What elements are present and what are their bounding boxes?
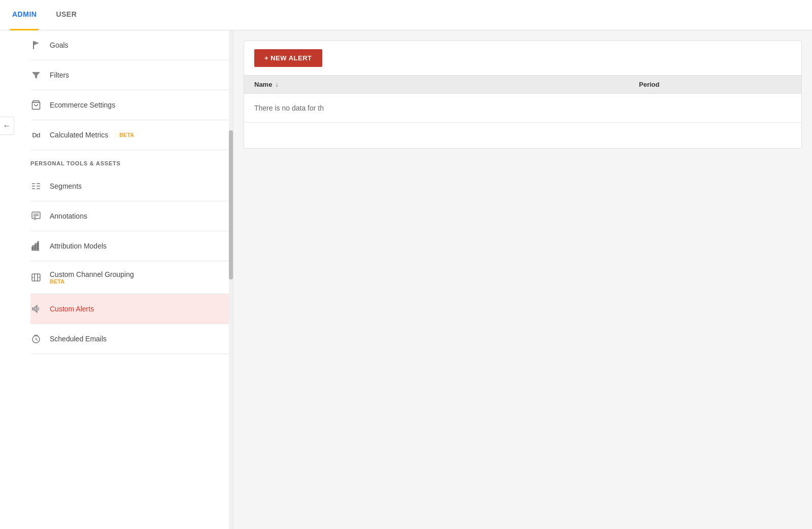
annotations-label: Annotations <box>50 212 87 220</box>
sidebar-item-goals[interactable]: Goals <box>30 30 233 60</box>
custom-alerts-label: Custom Alerts <box>50 305 94 313</box>
sidebar-inner: Goals Filters <box>0 30 233 354</box>
filters-label: Filters <box>50 71 69 79</box>
annotations-icon <box>30 210 42 222</box>
ecommerce-label: Ecommerce Settings <box>50 101 115 109</box>
sidebar-item-scheduled-emails[interactable]: Scheduled Emails <box>30 324 233 354</box>
bar-chart-icon <box>30 240 42 252</box>
svg-rect-14 <box>32 247 33 250</box>
sidebar-item-filters[interactable]: Filters <box>30 60 233 90</box>
table-header: Name ↓ Period <box>244 76 801 94</box>
svg-rect-15 <box>35 245 36 250</box>
segments-icon <box>30 181 42 192</box>
goals-label: Goals <box>50 41 69 49</box>
scheduled-emails-label: Scheduled Emails <box>50 335 107 343</box>
table-empty-message-row: There is no data for th <box>244 94 801 123</box>
segments-label: Segments <box>50 182 82 190</box>
sidebar-item-ecommerce[interactable]: Ecommerce Settings <box>30 90 233 120</box>
sidebar: ← Goals Filters <box>0 30 233 529</box>
tab-admin[interactable]: ADMIN <box>10 0 39 30</box>
tab-user-label: USER <box>56 10 77 18</box>
tab-user[interactable]: USER <box>54 0 79 30</box>
collapse-icon: ← <box>3 121 11 130</box>
sidebar-scrollbar[interactable] <box>229 30 233 529</box>
attribution-models-label: Attribution Models <box>50 242 107 250</box>
alerts-content-card: + NEW ALERT Name ↓ Period There is no da… <box>244 41 802 149</box>
sidebar-item-custom-channel-grouping[interactable]: Custom Channel Grouping BETA <box>30 261 233 294</box>
megaphone-icon <box>30 303 42 314</box>
svg-marker-1 <box>34 41 39 45</box>
svg-line-28 <box>36 339 38 340</box>
svg-rect-0 <box>33 41 34 49</box>
main-layout: ← Goals Filters <box>0 30 812 529</box>
column-header-name[interactable]: Name ↓ <box>254 81 639 88</box>
cart-icon <box>30 99 42 111</box>
no-data-message: There is no data for th <box>254 104 324 112</box>
sidebar-scrollbar-thumb[interactable] <box>229 130 233 280</box>
sidebar-collapse-button[interactable]: ← <box>0 117 14 135</box>
custom-channel-grouping-beta: BETA <box>50 278 134 285</box>
content-area: + NEW ALERT Name ↓ Period There is no da… <box>233 30 812 529</box>
svg-marker-2 <box>32 72 40 79</box>
svg-rect-16 <box>37 243 39 250</box>
sidebar-item-custom-alerts[interactable]: Custom Alerts <box>30 294 233 324</box>
personal-tools-section-header: PERSONAL TOOLS & ASSETS <box>30 150 233 171</box>
clock-icon <box>30 333 42 344</box>
column-header-period: Period <box>639 81 791 88</box>
top-navigation: ADMIN USER <box>0 0 812 30</box>
card-toolbar: + NEW ALERT <box>244 41 801 76</box>
flag-icon <box>30 40 42 51</box>
new-alert-button[interactable]: + NEW ALERT <box>254 49 322 67</box>
custom-channel-grouping-label: Custom Channel Grouping <box>50 270 134 278</box>
sidebar-item-annotations[interactable]: Annotations <box>30 201 233 231</box>
tab-admin-label: ADMIN <box>12 10 37 18</box>
sidebar-item-attribution-models[interactable]: Attribution Models <box>30 231 233 261</box>
table-empty-row <box>244 123 801 148</box>
dd-icon: Dd <box>30 129 42 140</box>
sort-arrow-icon: ↓ <box>275 81 278 88</box>
sidebar-item-calculated-metrics[interactable]: Dd Calculated Metrics BETA <box>30 120 233 150</box>
channel-icon <box>30 272 42 283</box>
sidebar-item-segments[interactable]: Segments <box>30 171 233 201</box>
calculated-metrics-beta: BETA <box>119 132 134 138</box>
calculated-metrics-label: Calculated Metrics <box>50 131 108 139</box>
filter-icon <box>30 69 42 81</box>
